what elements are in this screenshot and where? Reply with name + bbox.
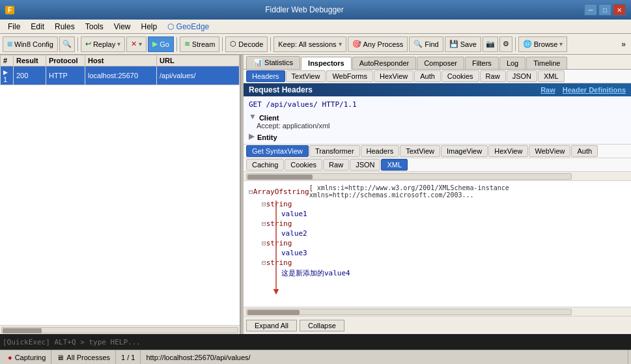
menu-tools[interactable]: Tools — [80, 21, 109, 33]
menu-rules[interactable]: Rules — [49, 21, 80, 33]
any-process-button[interactable]: 🎯 Any Process — [348, 36, 408, 52]
resp-subtab-headers[interactable]: Headers — [361, 145, 400, 157]
xml-hscroll-bottom[interactable] — [244, 307, 631, 316]
decode-button[interactable]: ⬡ Decode — [225, 36, 268, 52]
tab-inspectors[interactable]: Inspectors — [301, 57, 352, 70]
resp-subtab-webview[interactable]: WebView — [529, 145, 570, 157]
xml-value2-line[interactable]: value2 — [281, 229, 626, 238]
subtab-auth[interactable]: Auth — [414, 70, 441, 82]
xml-string2-line[interactable]: ⊟ string — [262, 219, 626, 229]
quickexec-bar — [0, 334, 631, 350]
tab-autoresponder[interactable]: AutoResponder — [352, 57, 416, 69]
req-header-title: Request Headers Raw Header Definitions — [244, 83, 631, 96]
maximize-button[interactable]: □ — [598, 4, 611, 16]
header-defs-link[interactable]: Header Definitions — [563, 86, 626, 94]
collapse-button[interactable]: Collapse — [300, 320, 344, 331]
keep-dropdown-icon[interactable]: ▾ — [339, 40, 342, 48]
close-button[interactable]: ✕ — [613, 4, 626, 16]
resp-subtab-transformer[interactable]: Transformer — [309, 145, 360, 157]
resp-subtab-xml[interactable]: XML — [381, 159, 408, 171]
stream-button[interactable]: ≋ Stream — [180, 36, 219, 52]
tab-log[interactable]: Log — [499, 57, 526, 69]
browse-button[interactable]: 🌐 Browse ▾ — [518, 36, 568, 52]
subtab-json[interactable]: JSON — [507, 70, 537, 82]
menu-help[interactable]: Help — [136, 21, 163, 33]
resp-subtab-textview[interactable]: TextView — [400, 145, 440, 157]
xml-hscroll-bottom-thumb[interactable] — [247, 310, 300, 315]
subtab-textview[interactable]: TextView — [286, 70, 326, 82]
xml-hscroll-thumb[interactable] — [247, 175, 313, 180]
resp-subtab-json[interactable]: JSON — [350, 159, 380, 171]
toolbar-expand-button[interactable]: » — [619, 38, 628, 50]
raw-link[interactable]: Raw — [540, 86, 555, 94]
resp-subtab-getsyntaxview[interactable]: Get SyntaxView — [246, 145, 309, 157]
xml-content[interactable]: ⊟ ArrayOfstring [ xmlns:i=http://www.w3.… — [244, 181, 631, 307]
subtab-xml-req[interactable]: XML — [538, 70, 565, 82]
replay-dropdown-icon[interactable]: ▾ — [117, 40, 120, 48]
string2-collapse-icon[interactable]: ⊟ — [262, 219, 266, 228]
settings-button[interactable]: ⚙ — [499, 36, 512, 52]
resp-subtab-auth[interactable]: Auth — [571, 145, 598, 157]
menu-edit[interactable]: Edit — [25, 21, 49, 33]
replay-button[interactable]: ↩ Replay ▾ — [81, 36, 125, 52]
xml-root-line[interactable]: ⊟ ArrayOfstring [ xmlns:i=http://www.w3.… — [249, 184, 626, 199]
go-button[interactable]: ▶ Go — [148, 36, 174, 52]
tab-composer[interactable]: Composer — [417, 57, 464, 69]
string1-collapse-icon[interactable]: ⊟ — [262, 200, 266, 208]
menu-file[interactable]: File — [3, 21, 25, 33]
subtab-raw[interactable]: Raw — [480, 70, 506, 82]
minimize-button[interactable]: ─ — [584, 4, 597, 16]
col-result[interactable]: Result — [14, 55, 46, 66]
hscroll-track[interactable] — [1, 327, 238, 333]
menu-view[interactable]: View — [109, 21, 136, 33]
subtab-hexview[interactable]: HexView — [374, 70, 414, 82]
xml-value4-line[interactable]: 这是新添加的value4 — [281, 268, 626, 279]
root-collapse-icon[interactable]: ⊟ — [249, 188, 253, 196]
menu-geoedge[interactable]: ⬡ GeoEdge — [162, 21, 214, 33]
xml-string3-line[interactable]: ⊟ string — [262, 238, 626, 248]
resp-subtab-raw[interactable]: Raw — [323, 159, 349, 171]
remove-button[interactable]: ✕ ▾ — [126, 36, 147, 52]
client-expand-icon[interactable]: ▼ — [249, 112, 257, 121]
sep1 — [77, 37, 78, 51]
win8config-button[interactable]: ⊞ Win8 Config — [3, 36, 58, 52]
xml-value3: value3 — [281, 249, 307, 257]
search-button[interactable]: 🔍 — [59, 36, 75, 52]
expand-all-button[interactable]: Expand All — [246, 320, 297, 331]
quickexec-input[interactable] — [3, 338, 628, 346]
hscroll-thumb[interactable] — [3, 328, 42, 333]
string4-collapse-icon[interactable]: ⊟ — [262, 259, 266, 267]
remove-dropdown-icon[interactable]: ▾ — [139, 40, 142, 48]
keep-button[interactable]: Keep: All sessions ▾ — [273, 36, 346, 52]
decode-icon: ⬡ — [230, 40, 236, 48]
subtab-headers[interactable]: Headers — [246, 70, 285, 82]
resp-subtab-imageview[interactable]: ImageView — [441, 145, 488, 157]
table-row[interactable]: ▶ 1 200 HTTP localhost:25670 /api/values… — [1, 66, 240, 85]
xml-hscroll-track[interactable] — [246, 173, 572, 180]
tab-statistics[interactable]: 📊 Statistics — [246, 56, 300, 69]
xml-string4-line[interactable]: ⊟ string — [262, 258, 626, 268]
subtab-cookies[interactable]: Cookies — [442, 70, 479, 82]
xml-string1-line[interactable]: ⊟ string — [262, 199, 626, 209]
xml-value3-line[interactable]: value3 — [281, 248, 626, 258]
camera-button[interactable]: 📷 — [483, 36, 498, 52]
tab-timeline[interactable]: Timeline — [526, 57, 567, 69]
resp-subtab-caching[interactable]: Caching — [246, 159, 284, 171]
string3-collapse-icon[interactable]: ⊟ — [262, 239, 266, 247]
col-protocol[interactable]: Protocol — [46, 55, 85, 66]
left-scroll[interactable] — [0, 325, 240, 334]
find-button[interactable]: 🔍 Find — [409, 36, 443, 52]
browse-dropdown-icon[interactable]: ▾ — [559, 40, 563, 48]
col-host[interactable]: Host — [85, 55, 157, 66]
resp-subtab-hexview[interactable]: HexView — [488, 145, 528, 157]
col-url[interactable]: URL — [157, 55, 240, 66]
resp-subtab-cookies[interactable]: Cookies — [285, 159, 322, 171]
xml-value1-line[interactable]: value1 — [281, 209, 626, 219]
xml-hscroll-top[interactable] — [244, 172, 631, 181]
save-button[interactable]: 💾 Save — [445, 36, 481, 52]
col-num[interactable]: # — [1, 55, 14, 66]
xml-hscroll-bottom-track[interactable] — [246, 309, 572, 315]
tab-filters[interactable]: Filters — [465, 57, 499, 69]
subtab-webforms[interactable]: WebForms — [326, 70, 373, 82]
entity-expand-icon[interactable]: ▶ — [249, 132, 255, 141]
